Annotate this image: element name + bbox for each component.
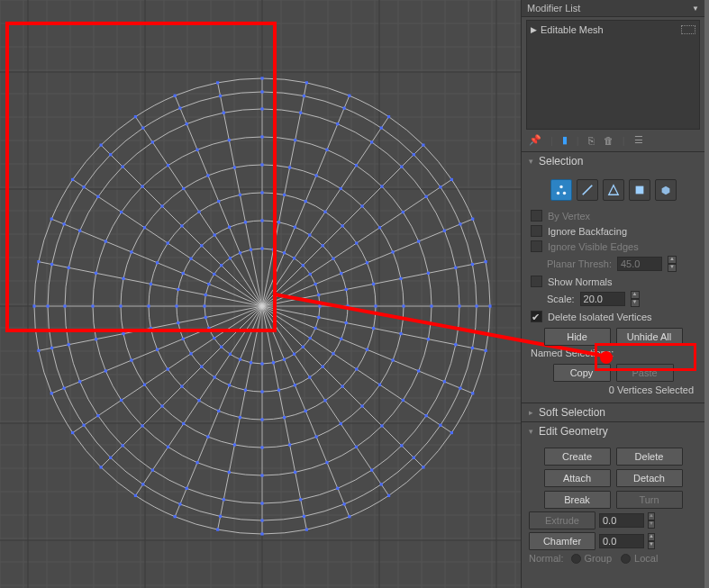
- rollout-edit-geometry-header[interactable]: ▾ Edit Geometry: [522, 422, 704, 440]
- svg-rect-224: [182, 187, 185, 190]
- svg-rect-242: [294, 471, 296, 474]
- svg-rect-175: [341, 384, 343, 387]
- svg-rect-333: [471, 392, 474, 394]
- detach-button[interactable]: Detach: [616, 469, 683, 487]
- svg-rect-335: [422, 466, 424, 468]
- svg-rect-295: [413, 153, 415, 156]
- spinner-down-icon[interactable]: ▼: [631, 299, 640, 307]
- by-vertex-checkbox: By Vertex: [529, 208, 697, 223]
- svg-rect-234: [427, 272, 430, 275]
- svg-rect-117: [239, 358, 241, 361]
- rollout-title: Soft Selection: [539, 406, 605, 419]
- svg-rect-316: [50, 263, 53, 266]
- svg-rect-221: [130, 250, 132, 253]
- viewport[interactable]: [0, 0, 521, 588]
- svg-point-357: [562, 192, 566, 195]
- hide-button[interactable]: Hide: [544, 328, 611, 346]
- svg-rect-313: [63, 386, 66, 389]
- show-end-result-icon[interactable]: ▮: [562, 134, 568, 146]
- rollout-soft-selection-header[interactable]: ▸ Soft Selection: [522, 403, 704, 421]
- svg-rect-110: [309, 337, 312, 339]
- svg-rect-172: [372, 327, 375, 330]
- svg-rect-302: [439, 424, 441, 427]
- svg-rect-301: [459, 386, 461, 389]
- expand-icon[interactable]: ▶: [531, 25, 537, 34]
- svg-rect-160: [214, 233, 216, 236]
- unhide-all-button[interactable]: Unhide All: [616, 328, 683, 346]
- svg-rect-104: [309, 273, 312, 276]
- create-button[interactable]: Create: [544, 448, 611, 466]
- show-normals-checkbox[interactable]: Show Normals: [529, 274, 697, 289]
- panel-scrollbar[interactable]: [704, 0, 709, 588]
- chamfer-value[interactable]: 0.0: [599, 534, 644, 548]
- spinner-up-icon: ▲: [648, 512, 655, 520]
- svg-rect-289: [186, 122, 188, 125]
- delete-button[interactable]: Delete: [616, 448, 683, 466]
- chevron-down-icon: ▼: [692, 5, 699, 13]
- chamfer-button[interactable]: Chamfer: [529, 532, 595, 550]
- svg-rect-342: [134, 494, 137, 497]
- attach-button[interactable]: Attach: [544, 469, 611, 487]
- spinner-up-icon[interactable]: ▲: [648, 533, 655, 541]
- svg-rect-241: [325, 461, 328, 464]
- svg-rect-252: [95, 272, 97, 275]
- spinner-down-icon[interactable]: ▼: [648, 541, 655, 549]
- svg-rect-174: [355, 367, 358, 370]
- svg-rect-347: [32, 304, 35, 307]
- stack-item-toggle-icon[interactable]: [681, 25, 695, 34]
- svg-rect-111: [302, 346, 305, 348]
- stack-toolbar: 📌 | ▮ | ⎘ 🗑 | ☰: [522, 132, 704, 151]
- svg-rect-200: [378, 226, 381, 229]
- svg-rect-297: [459, 222, 461, 225]
- svg-rect-125: [207, 283, 210, 285]
- svg-rect-315: [46, 304, 49, 307]
- subobj-polygon-button[interactable]: [629, 179, 650, 201]
- rollout-selection-header[interactable]: ▾ Selection: [522, 152, 704, 170]
- svg-rect-352: [134, 115, 137, 118]
- break-button[interactable]: Break: [544, 491, 611, 509]
- svg-rect-238: [402, 399, 404, 402]
- svg-rect-180: [239, 416, 241, 419]
- normals-scale-value[interactable]: 20.0: [580, 292, 625, 306]
- named-selections-label: Named Selections:: [529, 346, 697, 360]
- svg-rect-296: [439, 185, 441, 188]
- subobj-vertex-button[interactable]: [550, 179, 572, 201]
- delete-modifier-icon[interactable]: 🗑: [604, 135, 614, 146]
- svg-rect-222: [143, 226, 146, 229]
- svg-rect-336: [387, 494, 390, 497]
- pin-icon[interactable]: 📌: [529, 134, 541, 146]
- svg-rect-239: [380, 424, 383, 427]
- stack-item-editable-mesh[interactable]: ▶ Editable Mesh: [529, 23, 697, 37]
- radio-local-icon: [621, 554, 631, 564]
- svg-rect-218: [122, 332, 124, 335]
- spinner-up-icon[interactable]: ▲: [631, 291, 640, 299]
- normals-scale-spinner[interactable]: Scale: 20.0 ▲▼: [529, 289, 697, 309]
- svg-rect-341: [174, 515, 177, 518]
- svg-rect-136: [332, 258, 334, 260]
- svg-rect-300: [471, 347, 474, 349]
- svg-rect-217: [130, 358, 132, 361]
- svg-rect-137: [340, 272, 342, 275]
- configure-icon[interactable]: ☰: [634, 134, 643, 146]
- ignore-backfacing-checkbox[interactable]: Ignore Backfacing: [529, 223, 697, 239]
- copy-selection-button[interactable]: Copy: [553, 364, 611, 382]
- subobj-edge-button[interactable]: [577, 179, 598, 201]
- subobj-element-button[interactable]: [655, 179, 677, 201]
- svg-rect-230: [355, 164, 358, 167]
- svg-rect-327: [422, 144, 424, 147]
- app-root: Modifier List ▼ ▶ Editable Mesh 📌 | ▮ | …: [0, 0, 709, 588]
- svg-rect-321: [178, 107, 181, 110]
- svg-rect-267: [458, 304, 460, 307]
- svg-rect-157: [182, 272, 185, 275]
- svg-rect-262: [370, 140, 373, 143]
- svg-rect-109: [314, 327, 317, 330]
- svg-rect-337: [348, 515, 350, 518]
- svg-rect-219: [119, 304, 122, 307]
- modifier-stack[interactable]: ▶ Editable Mesh: [526, 20, 700, 130]
- make-unique-icon[interactable]: ⎘: [588, 135, 595, 146]
- subobj-face-button[interactable]: [603, 179, 624, 201]
- svg-rect-310: [141, 483, 144, 485]
- delete-isolated-vertices-checkbox[interactable]: ✔Delete Isolated Vertices: [529, 309, 697, 324]
- modifier-list-dropdown[interactable]: Modifier List ▼: [522, 0, 704, 17]
- svg-rect-150: [214, 375, 216, 378]
